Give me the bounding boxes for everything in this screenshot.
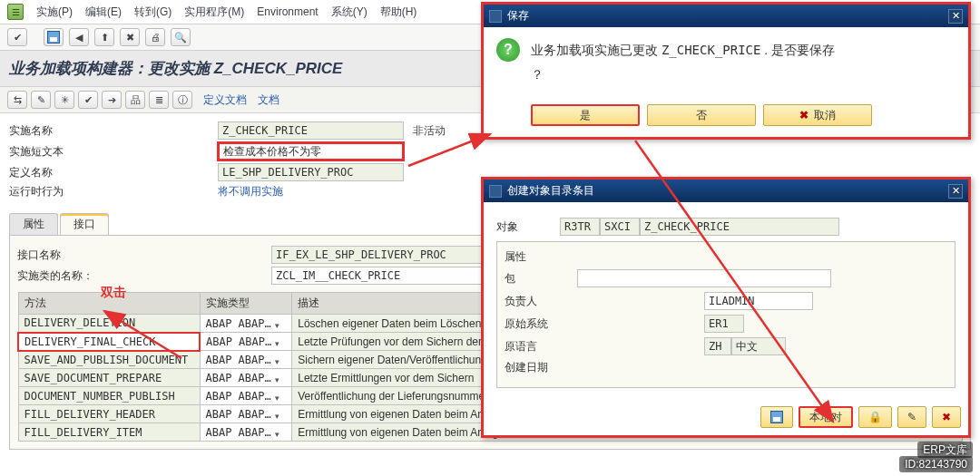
check-icon[interactable]: ✔ — [78, 91, 98, 109]
close-icon[interactable]: ✕ — [948, 184, 963, 199]
tab-attributes[interactable]: 属性 — [9, 213, 58, 235]
pkg-label: 包 — [505, 271, 577, 287]
doc-link[interactable]: 文档 — [258, 92, 279, 108]
object-v3: Z_CHECK_PRICE — [640, 218, 839, 236]
display-toggle-icon[interactable]: ⇆ — [7, 91, 27, 109]
print-icon[interactable]: 🖨 — [145, 28, 165, 46]
chevron-down-icon[interactable] — [275, 336, 286, 347]
dlg-icon — [489, 185, 502, 198]
save-local-button[interactable] — [760, 406, 793, 428]
menu-impl[interactable]: 实施(P) — [36, 5, 73, 20]
iface-name-field[interactable]: IF_EX_LE_SHP_DELIVERY_PROC — [271, 246, 498, 264]
save-icon[interactable] — [44, 28, 64, 46]
tab-interface[interactable]: 接口 — [60, 213, 109, 235]
orig-field: ER1 — [704, 315, 744, 333]
type-cell[interactable]: ABAP ABAP… — [200, 405, 292, 423]
ok-icon[interactable]: ✔ — [7, 28, 27, 46]
impl-name-field[interactable]: Z_CHECK_PRICE — [218, 121, 404, 140]
chevron-down-icon[interactable] — [275, 318, 286, 329]
runtime-label: 运行时行为 — [9, 184, 218, 199]
short-text-field[interactable]: 检查成本价格不为零 — [218, 142, 404, 160]
lock-icon[interactable]: 🔒 — [858, 406, 892, 428]
col-type[interactable]: 实施类型 — [200, 293, 292, 315]
type-cell[interactable]: ABAP ABAP… — [200, 369, 292, 387]
cancel-icon[interactable]: ✖ — [932, 406, 961, 428]
method-cell[interactable]: SAVE_AND_PUBLISH_DOCUMENT — [18, 351, 200, 369]
close-icon[interactable]: ✕ — [948, 9, 963, 24]
impl-status: 非活动 — [413, 123, 446, 139]
session-icon[interactable]: ☰ — [7, 4, 24, 20]
hierarchy-icon[interactable]: 品 — [125, 91, 145, 109]
type-cell[interactable]: ABAP ABAP… — [200, 423, 292, 442]
menu-help[interactable]: 帮助(H) — [380, 5, 417, 20]
orig-label: 原始系统 — [505, 316, 577, 332]
create-object-dialog: 创建对象目录条目 ✕ 对象 R3TR SXCI Z_CHECK_PRICE 属性… — [481, 177, 971, 438]
object-v2: SXCI — [600, 218, 640, 236]
chevron-down-icon[interactable] — [275, 355, 286, 365]
chevron-down-icon[interactable] — [275, 409, 286, 420]
type-cell[interactable]: ABAP ABAP… — [200, 315, 292, 333]
def-name-label: 定义名称 — [9, 165, 218, 180]
arrow-icon[interactable]: ➔ — [102, 91, 122, 109]
obj-form: 对象 R3TR SXCI Z_CHECK_PRICE 属性 包 负责人 ILAD… — [484, 202, 968, 399]
chevron-down-icon[interactable] — [275, 391, 286, 402]
method-cell[interactable]: DELIVERY_DELETION — [18, 315, 200, 333]
cancel-button[interactable]: ✖取消 — [763, 104, 872, 126]
yes-button[interactable]: 是 — [531, 104, 640, 126]
class-name-field[interactable]: ZCL_IM__CHECK_PRICE — [271, 267, 498, 285]
save-message: 业务加载项实施已更改 Z_CHECK_PRICE . 是否要保存 ？ — [531, 38, 835, 86]
activate-icon[interactable]: ✳ — [54, 91, 74, 109]
back-icon[interactable]: ◀ — [69, 28, 89, 46]
object-label: 对象 — [496, 219, 560, 235]
owner-field[interactable]: ILADMIN — [704, 292, 813, 310]
class-name-label: 实施类的名称： — [17, 268, 271, 284]
def-name-field[interactable]: LE_SHP_DELIVERY_PROC — [218, 163, 404, 181]
info-icon[interactable]: ⓘ — [172, 91, 192, 109]
method-cell[interactable]: DOCUMENT_NUMBER_PUBLISH — [18, 387, 200, 405]
owner-label: 负责人 — [505, 294, 577, 309]
def-doc-link[interactable]: 定义文档 — [203, 92, 247, 108]
menu-sys[interactable]: 系统(Y) — [331, 5, 368, 20]
attr-group-label: 属性 — [505, 249, 947, 265]
dblclick-hint: 双击 — [101, 285, 126, 301]
menu-edit[interactable]: 编辑(E) — [85, 5, 122, 20]
type-cell[interactable]: ABAP ABAP… — [200, 351, 292, 369]
menu-env[interactable]: Environment — [257, 5, 318, 18]
disk-icon — [770, 411, 783, 423]
question-icon: ? — [496, 38, 520, 62]
find-icon[interactable]: 🔍 — [171, 28, 191, 46]
method-cell[interactable]: FILL_DELIVERY_ITEM — [18, 423, 200, 442]
dlg-icon — [489, 10, 502, 23]
method-cell[interactable]: SAVE_DOCUMENT_PREPARE — [18, 369, 200, 387]
lang-name-field: 中文 — [731, 337, 786, 355]
chevron-down-icon[interactable] — [275, 427, 286, 438]
short-text-label: 实施短文本 — [9, 144, 218, 160]
no-button[interactable]: 否 — [647, 104, 756, 126]
save-title-text: 保存 — [507, 8, 529, 24]
object-v1: R3TR — [560, 218, 600, 236]
save-dialog-title: 保存 ✕ — [484, 5, 968, 27]
cancel-icon[interactable]: ✖ — [120, 28, 140, 46]
menu-util[interactable]: 实用程序(M) — [184, 5, 244, 20]
iface-name-label: 接口名称 — [17, 248, 271, 263]
chevron-down-icon[interactable] — [275, 373, 286, 384]
save-dialog: 保存 ✕ ? 业务加载项实施已更改 Z_CHECK_PRICE . 是否要保存 … — [481, 2, 971, 140]
pkg-field[interactable] — [577, 269, 831, 287]
method-cell[interactable]: DELIVERY_FINAL_CHECK — [18, 333, 200, 351]
obj-dialog-title: 创建对象目录条目 ✕ — [484, 180, 968, 202]
lang-label: 原语言 — [505, 339, 577, 355]
impl-name-label: 实施名称 — [9, 123, 218, 139]
type-cell[interactable]: ABAP ABAP… — [200, 387, 292, 405]
type-cell[interactable]: ABAP ABAP… — [200, 333, 292, 351]
list-icon[interactable]: ≣ — [149, 91, 169, 109]
method-cell[interactable]: FILL_DELIVERY_HEADER — [18, 405, 200, 423]
local-object-button[interactable]: 本地对 — [799, 406, 853, 428]
obj-title-text: 创建对象目录条目 — [507, 183, 594, 199]
exit-icon[interactable]: ⬆ — [94, 28, 114, 46]
lang-code-field: ZH — [704, 337, 731, 355]
other-icon[interactable]: ✎ — [31, 91, 51, 109]
edit-icon[interactable]: ✎ — [897, 406, 926, 428]
runtime-link[interactable]: 将不调用实施 — [218, 184, 283, 199]
cdate-label: 创建日期 — [505, 360, 577, 375]
menu-goto[interactable]: 转到(G) — [134, 5, 172, 20]
